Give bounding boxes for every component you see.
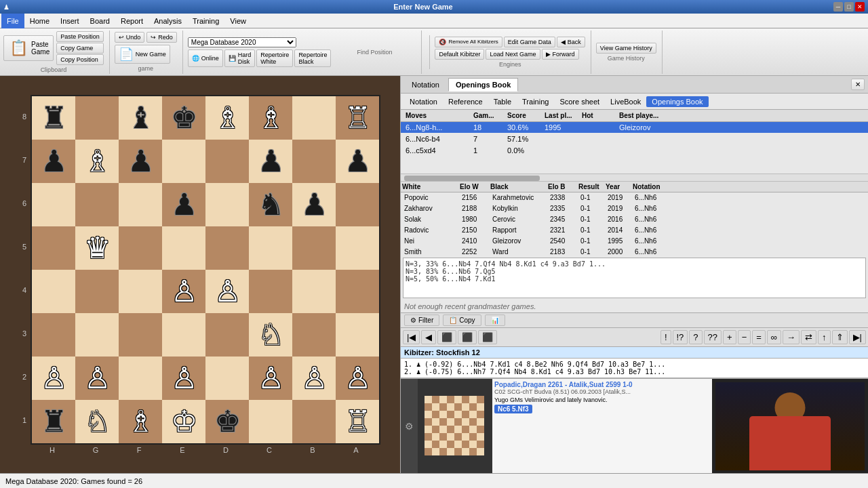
square-f8[interactable]: ♝: [119, 96, 162, 140]
view-history-button[interactable]: View Game History: [596, 43, 656, 54]
square-c6[interactable]: ♞: [249, 183, 292, 226]
square-b1[interactable]: [292, 400, 336, 443]
copy-position-button[interactable]: Copy Position: [56, 54, 104, 65]
game-list-scroll[interactable]: Popovic 2156 Karahmetovic 2338 0-1 2019 …: [401, 192, 868, 256]
nav-minus-button[interactable]: −: [738, 330, 751, 344]
square-a1[interactable]: ♖: [336, 400, 379, 443]
copy-button[interactable]: 📋 Copy: [443, 314, 481, 326]
square-d7[interactable]: [205, 140, 249, 183]
nav-start-button[interactable]: |◀: [403, 330, 420, 344]
square-c8[interactable]: ♗: [249, 96, 292, 140]
menu-training[interactable]: Training: [187, 14, 224, 28]
chess-board[interactable]: ♜ ♝ ♚ ♗ ♗ ♖ ♟ ♗ ♟ ♟ ♟: [31, 95, 380, 445]
game-list-row-5[interactable]: Smith 2252 Ward 2183 0-1 2000 6...Nh6: [401, 247, 868, 256]
redo-button[interactable]: ↪ Redo: [146, 32, 177, 43]
square-d2[interactable]: [205, 357, 249, 400]
menu-file[interactable]: File: [1, 14, 24, 28]
extra-filter-button[interactable]: 📊: [485, 314, 505, 326]
nav-add-button[interactable]: +: [723, 330, 736, 344]
square-a8[interactable]: ♖: [336, 96, 379, 140]
game-list-row-2[interactable]: Solak 1980 Cerovic 2345 0-1 2016 6...Nh6: [401, 214, 868, 225]
nav-question-button[interactable]: ?: [689, 330, 702, 344]
square-a6[interactable]: [336, 183, 379, 226]
repertoire-white-button[interactable]: Repertoire White: [256, 49, 293, 67]
square-a7[interactable]: ♟: [336, 140, 379, 183]
square-c2[interactable]: ♙: [249, 357, 292, 400]
square-c3[interactable]: ♘: [249, 313, 292, 357]
square-g8[interactable]: [75, 96, 119, 140]
menu-board[interactable]: Board: [85, 14, 115, 28]
square-g4[interactable]: [75, 270, 119, 313]
square-e4[interactable]: ♙: [162, 270, 205, 313]
paste-game-button[interactable]: 📋 PasteGame: [3, 35, 54, 61]
close-button[interactable]: ✕: [855, 2, 865, 12]
nav-equals-button[interactable]: =: [752, 330, 766, 344]
square-h6[interactable]: [32, 183, 75, 226]
square-b6[interactable]: ♟: [292, 183, 336, 226]
opening-row-1[interactable]: 6...Nc6-b4 7 57.1%: [401, 134, 868, 145]
square-h4[interactable]: [32, 270, 75, 313]
square-h5[interactable]: [32, 226, 75, 270]
load-next-game-button[interactable]: Load Next Game: [486, 49, 540, 60]
nav-next-button[interactable]: ⬛: [478, 330, 497, 344]
square-d1[interactable]: ♚: [205, 400, 249, 443]
stab-training[interactable]: Training: [517, 96, 554, 107]
square-g1[interactable]: ♘: [75, 400, 119, 443]
square-g2[interactable]: ♙: [75, 357, 119, 400]
default-kibitzer-button[interactable]: Default Kibitzer: [435, 49, 484, 60]
nav-infinity-button[interactable]: ∞: [767, 330, 781, 344]
square-c5[interactable]: [249, 226, 292, 270]
square-e6[interactable]: ♟: [162, 183, 205, 226]
stab-reference[interactable]: Reference: [443, 96, 488, 107]
square-f4[interactable]: [119, 270, 162, 313]
tab-notation[interactable]: Notation: [404, 78, 447, 91]
stab-livebook[interactable]: LiveBook: [605, 96, 646, 107]
hard-disk-button[interactable]: 💾 Hard Disk: [224, 49, 256, 67]
square-b8[interactable]: [292, 96, 336, 140]
menu-home[interactable]: Home: [24, 14, 55, 28]
square-c7[interactable]: ♟: [249, 140, 292, 183]
close-panel-button[interactable]: ✕: [851, 79, 865, 90]
square-b3[interactable]: [292, 313, 336, 357]
game-list-row-1[interactable]: Zakharov 2188 Kobylkin 2335 0-1 2019 6..…: [401, 203, 868, 214]
square-d3[interactable]: [205, 313, 249, 357]
minimize-button[interactable]: ─: [833, 2, 843, 12]
square-g5[interactable]: ♛: [75, 226, 119, 270]
square-a3[interactable]: [336, 313, 379, 357]
tab-openings-book[interactable]: Openings Book: [448, 78, 518, 92]
menu-analysis[interactable]: Analysis: [149, 14, 187, 28]
remove-all-kibitzers-button[interactable]: 🔇Remove All Kibitzers: [435, 37, 502, 47]
menu-insert[interactable]: Insert: [55, 14, 85, 28]
square-e2[interactable]: ♙: [162, 357, 205, 400]
square-a5[interactable]: [336, 226, 379, 270]
online-button[interactable]: 🌐 Online: [188, 49, 223, 67]
square-f5[interactable]: [119, 226, 162, 270]
square-b7[interactable]: [292, 140, 336, 183]
square-f1[interactable]: ♗: [119, 400, 162, 443]
nav-comment-button[interactable]: !?: [673, 330, 688, 344]
nav-arrow-button[interactable]: →: [783, 330, 800, 344]
panel-gear[interactable]: ⚙: [401, 379, 418, 473]
nav-double-up-button[interactable]: ⇑: [832, 330, 848, 344]
paste-position-button[interactable]: Paste Position: [56, 31, 104, 42]
nav-forward-end-button[interactable]: ▶|: [849, 330, 866, 344]
square-e3[interactable]: [162, 313, 205, 357]
square-e8[interactable]: ♚: [162, 96, 205, 140]
new-game-button[interactable]: 📄 New Game: [115, 45, 170, 64]
square-d8[interactable]: ♗: [205, 96, 249, 140]
square-c1[interactable]: [249, 400, 292, 443]
nav-double-question-button[interactable]: ??: [704, 330, 722, 344]
square-f6[interactable]: [119, 183, 162, 226]
nav-end-button[interactable]: ⬛: [458, 330, 477, 344]
game-list-row-0[interactable]: Popovic 2156 Karahmetovic 2338 0-1 2019 …: [401, 192, 868, 203]
square-a4[interactable]: [336, 270, 379, 313]
stab-table[interactable]: Table: [488, 96, 517, 107]
filter-button[interactable]: ⚙ Filter: [404, 314, 439, 326]
undo-button[interactable]: ↩ Undo: [115, 32, 145, 43]
square-a2[interactable]: ♙: [336, 357, 379, 400]
database-select[interactable]: Mega Database 2020: [188, 37, 296, 47]
square-h1[interactable]: ♜: [32, 400, 75, 443]
nav-stop-button[interactable]: ⬛: [437, 330, 456, 344]
square-d5[interactable]: [205, 226, 249, 270]
nav-prev-button[interactable]: ◀: [421, 330, 436, 344]
